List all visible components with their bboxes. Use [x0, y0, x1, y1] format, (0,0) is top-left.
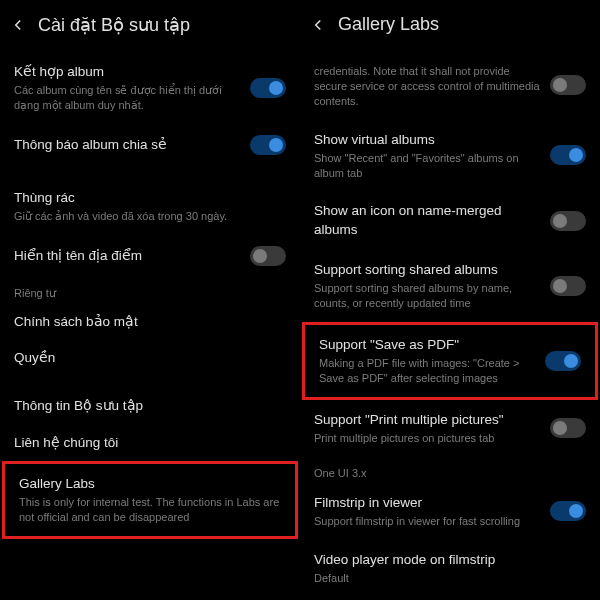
item-title: Quyền: [14, 349, 286, 367]
item-subtitle: Print multiple pictures on pictures tab: [314, 431, 540, 446]
item-subtitle: Các album cùng tên sẽ được hiển thị dưới…: [14, 83, 240, 113]
divider: [0, 166, 300, 178]
toggle-combine-album[interactable]: [250, 78, 286, 98]
item-title: Support sorting shared albums: [314, 261, 540, 279]
toggle-print-multiple[interactable]: [550, 418, 586, 438]
left-header: Cài đặt Bộ sưu tập: [0, 0, 300, 52]
item-privacy-policy[interactable]: Chính sách bảo mật: [0, 304, 300, 340]
page-title: Cài đặt Bộ sưu tập: [38, 14, 190, 36]
left-panel: Cài đặt Bộ sưu tập Kết hợp album Các alb…: [0, 0, 300, 600]
item-title: Support "Print multiple pictures": [314, 411, 540, 429]
toggle-credentials[interactable]: [550, 75, 586, 95]
item-title: Gallery Labs: [19, 475, 281, 493]
toggle-shared-notify[interactable]: [250, 135, 286, 155]
item-title: Thùng rác: [14, 189, 286, 207]
item-gallery-labs[interactable]: Gallery Labs This is only for internal t…: [5, 464, 295, 536]
right-header: Gallery Labs: [300, 0, 600, 51]
page-title: Gallery Labs: [338, 14, 439, 35]
item-title: Hiển thị tên địa điểm: [14, 247, 240, 265]
toggle-filmstrip[interactable]: [550, 501, 586, 521]
item-title: Chính sách bảo mật: [14, 313, 286, 331]
item-title: Kết hợp album: [14, 63, 240, 81]
toggle-virtual-albums[interactable]: [550, 145, 586, 165]
item-title: Filmstrip in viewer: [314, 494, 540, 512]
item-subtitle: Support filmstrip in viewer for fast scr…: [314, 514, 540, 529]
item-title: Thông báo album chia sẻ: [14, 136, 240, 154]
highlight-save-as-pdf: Support "Save as PDF" Making a PDF file …: [302, 322, 598, 400]
toggle-sorting-shared[interactable]: [550, 276, 586, 296]
toggle-show-location[interactable]: [250, 246, 286, 266]
item-collection-info[interactable]: Thông tin Bộ sưu tập: [0, 388, 300, 424]
section-label-privacy: Riêng tư: [0, 277, 300, 304]
item-combine-album[interactable]: Kết hợp album Các album cùng tên sẽ được…: [0, 52, 300, 124]
item-show-location[interactable]: Hiển thị tên địa điểm: [0, 235, 300, 277]
item-video-filmstrip[interactable]: Video player mode on filmstrip Default: [300, 540, 600, 597]
item-print-multiple[interactable]: Support "Print multiple pictures" Print …: [300, 400, 600, 457]
item-title: Show virtual albums: [314, 131, 540, 149]
item-trash[interactable]: Thùng rác Giữ các ảnh và video đã xóa tr…: [0, 178, 300, 235]
toggle-save-as-pdf[interactable]: [545, 351, 581, 371]
item-permissions[interactable]: Quyền: [0, 340, 300, 376]
divider: [0, 376, 300, 388]
toggle-name-merged-icon[interactable]: [550, 211, 586, 231]
item-name-merged-icon[interactable]: Show an icon on name-merged albums: [300, 191, 600, 249]
item-subtitle: Making a PDF file with images: "Create >…: [319, 356, 535, 386]
item-subtitle: credentials. Note that it shall not prov…: [314, 64, 540, 109]
section-label-oneui: One UI 3.x: [300, 457, 600, 483]
back-icon[interactable]: [308, 15, 328, 35]
item-save-as-pdf[interactable]: Support "Save as PDF" Making a PDF file …: [305, 325, 595, 397]
item-sorting-shared[interactable]: Support sorting shared albums Support so…: [300, 250, 600, 322]
item-title: Thông tin Bộ sưu tập: [14, 397, 286, 415]
item-contact-us[interactable]: Liên hệ chúng tôi: [0, 425, 300, 461]
item-title: Video player mode on filmstrip: [314, 551, 586, 569]
item-title: Show an icon on name-merged albums: [314, 202, 540, 238]
highlight-gallery-labs: Gallery Labs This is only for internal t…: [2, 461, 298, 539]
item-virtual-albums[interactable]: Show virtual albums Show "Recent" and "F…: [300, 120, 600, 192]
item-shared-notify[interactable]: Thông báo album chia sẻ: [0, 124, 300, 166]
item-filmstrip[interactable]: Filmstrip in viewer Support filmstrip in…: [300, 483, 600, 540]
back-icon[interactable]: [8, 15, 28, 35]
item-title: Liên hệ chúng tôi: [14, 434, 286, 452]
item-subtitle: This is only for internal test. The func…: [19, 495, 281, 525]
item-subtitle: Default: [314, 571, 586, 586]
item-subtitle: Show "Recent" and "Favorites" albums on …: [314, 151, 540, 181]
item-subtitle: Support sorting shared albums by name, c…: [314, 281, 540, 311]
right-panel: Gallery Labs credentials. Note that it s…: [300, 0, 600, 600]
item-title: Support "Save as PDF": [319, 336, 535, 354]
item-credentials[interactable]: credentials. Note that it shall not prov…: [300, 51, 600, 120]
item-subtitle: Giữ các ảnh và video đã xóa trong 30 ngà…: [14, 209, 286, 224]
